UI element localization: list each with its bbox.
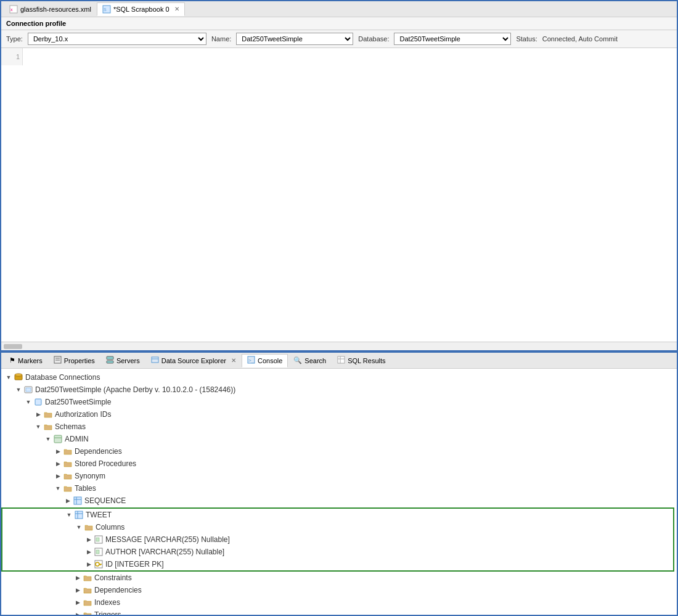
scrollbar-thumb[interactable]	[4, 344, 22, 349]
tweet-highlight-box: ▼ TWEET ▼ Columns ▶ MESSAGE [	[1, 507, 674, 572]
console-icon: >_	[247, 356, 255, 365]
tab-search[interactable]: 🔍 Search	[288, 354, 332, 368]
tab-markers[interactable]: ⚑ Markers	[4, 354, 48, 368]
label-dependencies2: Dependencies	[94, 585, 142, 596]
svg-rect-26	[75, 511, 83, 519]
tree-item-columns[interactable]: ▼ Columns	[2, 521, 673, 533]
label-id-col: ID [INTEGER PK]	[105, 559, 164, 570]
toggle-admin[interactable]: ▼	[43, 433, 53, 445]
editor-content[interactable]	[23, 48, 677, 342]
folder-schemas-icon	[43, 422, 53, 432]
type-select[interactable]: Derby_10.x	[28, 33, 206, 45]
folder-constraints-icon	[83, 573, 92, 583]
column-message-icon	[94, 535, 104, 544]
servers-icon	[106, 356, 114, 365]
toggle-stored-procs[interactable]: ▶	[53, 458, 63, 469]
tree-item-id-col[interactable]: ▶ ID [INTEGER PK]	[2, 558, 673, 570]
column-author-icon	[94, 547, 104, 557]
tree-item-tables[interactable]: ▼ Tables	[1, 482, 677, 495]
toggle-dependencies2[interactable]: ▶	[73, 585, 83, 596]
editor-area[interactable]: 1	[1, 48, 677, 342]
status-value: Connected, Auto Commit	[542, 35, 618, 43]
db-server-icon	[23, 385, 33, 395]
toggle-tables[interactable]: ▼	[53, 483, 63, 494]
tree-item-dat250[interactable]: ▼ Dat250TweetSimple (Apache Derby v. 10.…	[1, 384, 677, 396]
toggle-message-col[interactable]: ▶	[84, 534, 94, 545]
tab-markers-label: Markers	[18, 357, 43, 364]
tab-search-label: Search	[304, 357, 326, 364]
label-triggers: Triggers	[94, 609, 121, 615]
label-tables: Tables	[75, 483, 96, 494]
tab-properties[interactable]: Properties	[48, 354, 100, 368]
bottom-panel: ⚑ Markers Properties Servers Data Source…	[0, 351, 678, 616]
database-select[interactable]: Dat250TweetSimple	[394, 33, 511, 45]
label-admin: ADMIN	[65, 433, 89, 445]
toggle-dat250[interactable]: ▼	[14, 384, 23, 395]
name-select[interactable]: Dat250TweetSimple	[236, 33, 353, 45]
tab-datasource-close[interactable]: ✕	[231, 357, 236, 364]
tab-scrapbook[interactable]: S *SQL Scrapbook 0 ✕	[97, 2, 185, 16]
tree-item-stored-procs[interactable]: ▶ Stored Procedures	[1, 458, 677, 470]
toggle-sequence[interactable]: ▶	[63, 495, 73, 506]
tree-item-author-col[interactable]: ▶ AUTHOR [VARCHAR(255) Nullable]	[2, 546, 673, 558]
line-numbers: 1	[1, 48, 23, 65]
tab-scrapbook-label: *SQL Scrapbook 0	[113, 6, 170, 13]
label-sequence: SEQUENCE	[84, 495, 126, 506]
tree-item-indexes[interactable]: ▶ Indexes	[1, 596, 677, 609]
svg-point-17	[15, 374, 22, 376]
toggle-dat250-node[interactable]: ▼	[23, 396, 33, 408]
label-message-col: MESSAGE [VARCHAR(255) Nullable]	[105, 534, 230, 545]
svg-rect-9	[152, 357, 158, 363]
toggle-auth-ids[interactable]: ▶	[33, 409, 43, 420]
tree-item-constraints[interactable]: ▶ Constraints	[1, 572, 677, 584]
tree-item-admin[interactable]: ▼ ADMIN	[1, 433, 677, 445]
tree-item-synonym[interactable]: ▶ Synonym	[1, 470, 677, 482]
database-label: Database:	[358, 35, 389, 43]
sqlresults-icon	[337, 356, 345, 365]
toggle-author-col[interactable]: ▶	[84, 546, 94, 557]
label-stored-procs: Stored Procedures	[75, 458, 136, 469]
connection-row: Type: Derby_10.x Name: Dat250TweetSimple…	[1, 30, 677, 48]
toggle-triggers[interactable]: ▶	[73, 609, 83, 615]
folder-synonym-icon	[63, 471, 73, 481]
tab-sqlresults[interactable]: SQL Results	[332, 354, 391, 368]
toggle-synonym[interactable]: ▶	[53, 470, 63, 482]
bottom-tab-bar: ⚑ Markers Properties Servers Data Source…	[1, 353, 677, 369]
toggle-db-connections[interactable]: ▼	[4, 372, 14, 383]
label-tweet: TWEET	[86, 509, 112, 520]
folder-dep2-icon	[83, 585, 92, 595]
tree-item-schemas[interactable]: ▼ Schemas	[1, 421, 677, 433]
tree-item-dependencies[interactable]: ▶ Dependencies	[1, 445, 677, 458]
toggle-indexes[interactable]: ▶	[73, 597, 83, 608]
label-synonym: Synonym	[75, 470, 105, 482]
toggle-dependencies[interactable]: ▶	[53, 446, 63, 457]
scrapbook-icon: S	[102, 5, 111, 14]
tree-item-dependencies2[interactable]: ▶ Dependencies	[1, 584, 677, 596]
tree-panel: ▼ Database Connections ▼ Dat250TweetSimp…	[1, 369, 677, 615]
horizontal-scrollbar[interactable]	[1, 342, 677, 350]
toggle-columns[interactable]: ▼	[74, 522, 84, 533]
toggle-constraints[interactable]: ▶	[73, 572, 83, 583]
tree-item-dat250-node[interactable]: ▼ Dat250TweetSimple	[1, 396, 677, 408]
tab-console[interactable]: >_ Console	[242, 354, 288, 368]
tree-item-auth-ids[interactable]: ▶ Authorization IDs	[1, 408, 677, 421]
tree-item-triggers[interactable]: ▶ Triggers	[1, 609, 677, 615]
tree-item-db-connections[interactable]: ▼ Database Connections	[1, 371, 677, 384]
tree-item-sequence[interactable]: ▶ SEQUENCE	[1, 495, 677, 507]
label-schemas: Schemas	[55, 421, 86, 432]
tab-scrapbook-close[interactable]: ✕	[174, 6, 179, 12]
toggle-schemas[interactable]: ▼	[33, 421, 43, 432]
tab-datasource[interactable]: Data Source Explorer ✕	[145, 354, 242, 368]
tree-item-tweet[interactable]: ▼ TWEET	[2, 509, 673, 521]
tab-glassfish[interactable]: x glassfish-resources.xml	[4, 2, 97, 16]
label-db-connections: Database Connections	[25, 372, 100, 383]
connection-profile-label: Connection profile	[1, 17, 677, 30]
toggle-id-col[interactable]: ▶	[84, 559, 94, 570]
toggle-tweet[interactable]: ▼	[64, 509, 74, 520]
tree-item-message-col[interactable]: ▶ MESSAGE [VARCHAR(255) Nullable]	[2, 533, 673, 546]
db-connections-icon	[14, 372, 23, 382]
tab-properties-label: Properties	[64, 357, 95, 364]
xml-file-icon: x	[9, 5, 18, 14]
tab-servers[interactable]: Servers	[100, 354, 145, 368]
folder-columns-icon	[84, 522, 94, 532]
